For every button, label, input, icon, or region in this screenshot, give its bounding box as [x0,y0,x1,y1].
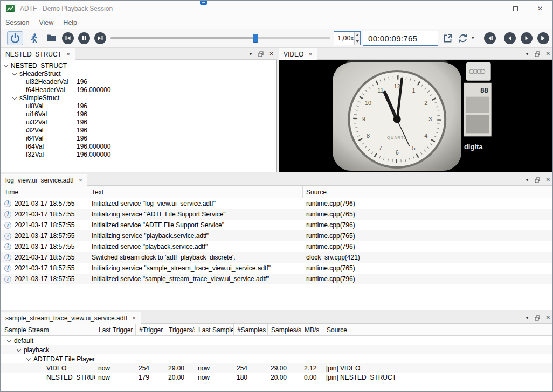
panel-menu-icon[interactable]: ▾ [250,51,252,57]
speed-value[interactable]: 1,00x [334,32,354,45]
speed-spinbox[interactable]: 1,00x [334,31,361,45]
nested-struct-panel-header: NESTED_STRUCT ✕ ▾ ✕ [1,48,277,60]
log-row[interactable]: i2021-03-17 18:57:55Initialized service … [1,241,553,252]
tree-item[interactable]: f32Val196.000000 [1,150,276,158]
log-row[interactable]: i2021-03-17 18:57:55Initializing service… [1,230,553,241]
close-button[interactable]: ✕ [528,1,552,17]
panel-menu-icon[interactable]: ▾ [526,177,529,183]
log-row[interactable]: i2021-03-17 18:57:55Initialized service … [1,198,553,209]
chevron-expanded-icon[interactable] [3,63,9,68]
marker-last-button[interactable] [537,32,549,44]
tree-label: ui16Val [26,110,47,118]
tree-item[interactable]: f64Val196.000000 [1,142,276,150]
panel-close-icon[interactable]: ✕ [546,51,550,57]
log-row[interactable]: i2021-03-17 18:57:55Initialized service … [1,220,553,230]
svg-text:8: 8 [367,132,370,139]
float-panel-icon[interactable] [535,315,540,321]
log-row[interactable]: i2021-03-17 18:57:55Initializing service… [1,209,553,220]
tree-item[interactable]: ui32HeaderVal196 [1,78,276,86]
tree-item[interactable]: i64Val196 [1,134,276,142]
tree-item[interactable]: f64HeaderVal196.000000 [1,86,276,94]
log-row[interactable]: i2021-03-17 18:57:55Switched stream cloc… [1,252,553,263]
timeline-slider[interactable] [110,33,330,43]
menu-session[interactable]: Session [1,19,34,26]
column-header-samples-s[interactable]: Samples/s [268,324,301,335]
marker-first-button[interactable] [484,32,496,44]
spin-down-button[interactable] [355,38,360,45]
float-panel-icon[interactable] [535,51,540,57]
open-file-button[interactable] [44,31,60,45]
chevron-expanded-icon[interactable] [12,71,17,76]
tab-trace-view[interactable]: sample_stream_trace_view.ui_service.adtf… [1,312,141,324]
column-header-sample-stream[interactable]: Sample Stream [1,324,95,335]
tab-close-icon[interactable]: ✕ [132,316,136,321]
run-session-button[interactable] [25,31,42,45]
loop-button[interactable] [457,32,469,44]
tree-item[interactable]: sSimpleStruct [1,94,276,102]
log-row[interactable]: i2021-03-17 18:57:55Initializing service… [1,263,553,274]
column-header-source[interactable]: Source [323,324,553,335]
chevron-expanded-icon[interactable] [26,356,31,362]
trace-row[interactable]: VIDEO now25429.00now25429.002.12[pin] VI… [1,363,553,373]
column-header-last-trigger[interactable]: Last Trigger [95,324,136,335]
step-back-button[interactable] [504,32,516,44]
spin-up-button[interactable] [355,32,360,38]
panel-close-icon[interactable]: ✕ [546,315,550,320]
panel-close-icon[interactable]: ✕ [269,51,274,57]
tree-item[interactable]: ui16Val196 [1,110,276,118]
tab-close-icon[interactable]: ✕ [308,52,313,57]
column-header-last-sample[interactable]: Last Sample [195,324,234,335]
trace-row[interactable]: playback [1,345,553,354]
minimize-icon [488,9,493,9]
menu-help[interactable]: Help [58,19,82,26]
float-panel-icon[interactable] [535,177,540,183]
step-forward-button[interactable] [521,32,533,44]
chevron-expanded-icon[interactable] [6,338,12,344]
maximize-button[interactable] [503,1,528,17]
column-header-n-trigger[interactable]: #Trigger [136,324,165,335]
tree-label: i32Val [26,127,43,134]
loop-dropdown-caret[interactable]: ▾ [472,36,474,40]
panel-menu-icon[interactable]: ▾ [526,51,529,57]
column-header-time[interactable]: Time [1,186,88,198]
pause-button[interactable] [78,32,90,44]
tree-item[interactable]: ui8Val196 [1,102,276,110]
info-icon: i [4,254,11,261]
log-source: clock_srv.cpp(421) [303,252,553,263]
float-panel-icon[interactable] [258,51,264,57]
tree-item[interactable]: ui32Val196 [1,118,276,126]
export-button[interactable] [441,32,454,44]
trace-row[interactable]: default [1,336,553,345]
timeline-slider-handle[interactable] [253,34,258,43]
log-row[interactable]: i2021-03-17 18:57:55Initialized service … [1,274,553,284]
log-panel-header: log_view.ui_service.adtf ✕ ▾ ✕ [1,174,553,186]
panel-controls: ▾ ✕ [526,174,550,186]
tab-nested-struct[interactable]: NESTED_STRUCT ✕ [1,48,75,60]
column-header-text[interactable]: Text [88,186,303,198]
panel-close-icon[interactable]: ✕ [546,177,550,183]
session-power-button[interactable] [7,31,23,45]
chevron-expanded-icon[interactable] [12,95,17,101]
minimize-button[interactable] [478,1,503,17]
tab-close-icon[interactable]: ✕ [79,178,83,183]
column-header-mb-s[interactable]: MB/s [301,324,323,335]
tab-log-view[interactable]: log_view.ui_service.adtf ✕ [1,174,87,186]
skip-to-start-button[interactable] [62,32,74,44]
trace-row[interactable]: NESTED_STRUCT now17920.00now18020.000.00… [1,373,553,382]
chevron-expanded-icon[interactable] [16,347,22,353]
time-display[interactable]: 00:00:09:765 [363,31,438,46]
tree-item[interactable]: i32Val196 [1,126,276,134]
tree-value: 196.000000 [77,143,110,150]
menu-view[interactable]: View [34,19,58,26]
tab-title: log_view.ui_service.adtf [5,177,74,184]
column-header-source[interactable]: Source [303,186,553,198]
tree-item[interactable]: NESTED_STRUCT [1,61,276,69]
panel-menu-icon[interactable]: ▾ [526,315,529,320]
column-header-n-samples[interactable]: #Samples [234,324,268,335]
tab-close-icon[interactable]: ✕ [66,52,71,57]
tab-video[interactable]: VIDEO ✕ [279,48,317,60]
column-header-triggers-s[interactable]: Triggers/s [165,324,195,335]
tree-item[interactable]: sHeaderStruct [1,69,276,78]
skip-to-end-button[interactable] [94,32,106,44]
trace-row[interactable]: ADTFDAT File Player [1,354,553,363]
